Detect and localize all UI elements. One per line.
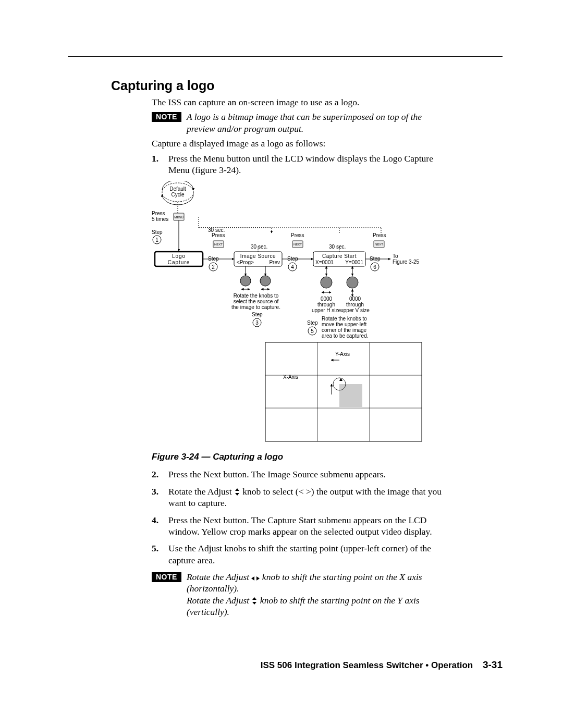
step-1: 1 Press the Menu button until the LCD wi…	[152, 153, 450, 176]
label-press-2: Press	[212, 232, 225, 238]
svg-text:5: 5	[311, 328, 314, 334]
step-text: Use the Adjust knobs to shift the starti…	[168, 542, 450, 566]
page-footer: ISS 506 Integration Seamless Switcher • …	[261, 659, 503, 671]
step-number: 5	[152, 542, 159, 566]
lcd-image-source: Image Source	[240, 253, 276, 259]
svg-text:X=0001: X=0001	[315, 260, 334, 265]
note-2-text: Rotate the Adjust knob to shift the star…	[187, 571, 450, 618]
svg-text:through: through	[317, 302, 335, 307]
note-badge: NOTE	[152, 572, 181, 582]
label-rotate-source: Rotate the knobs to	[234, 293, 279, 299]
figure-caption: Figure 3-24 — Capturing a logo	[152, 452, 450, 462]
svg-text:through: through	[346, 302, 364, 307]
svg-text:Step: Step	[252, 312, 263, 317]
step-text: Press the Next button. The Capture Start…	[168, 514, 450, 538]
svg-text:3: 3	[255, 320, 259, 326]
label-rotate-corner: Rotate the knobs to	[322, 316, 367, 322]
step-text: Press the Next button. The Image Source …	[168, 468, 450, 480]
label-x-axis: X-Axis	[283, 374, 298, 380]
svg-text:move the upper-left: move the upper-left	[322, 322, 366, 327]
svg-text:Press: Press	[291, 232, 304, 238]
label-default-cycle: Default	[169, 186, 186, 192]
top-rule	[68, 56, 503, 57]
svg-text:30 sec.: 30 sec.	[329, 244, 346, 250]
lead-text: Capture a displayed image as a logo as f…	[152, 138, 450, 149]
svg-text:select the source of: select the source of	[234, 299, 279, 304]
lcd-capture-start: Capture Start	[322, 253, 357, 259]
step-number: 1	[152, 153, 159, 176]
svg-text:Step: Step	[370, 256, 381, 262]
page-content: Capturing a logo The ISS can capture an …	[111, 78, 450, 621]
svg-text:Press: Press	[373, 232, 386, 238]
svg-point-60	[321, 277, 332, 288]
svg-text:the image to capture.: the image to capture.	[231, 304, 280, 310]
svg-text:2: 2	[212, 264, 215, 270]
note2-l1-pre: Rotate the Adjust	[187, 572, 252, 582]
figure-3-24: Default Cycle Press 5 times MENU 30 sec.	[152, 181, 450, 462]
horizontal-adjust-icon	[251, 576, 260, 581]
step-number: 3	[152, 486, 159, 509]
label-press-5-times: Press	[152, 211, 165, 216]
svg-text:Step: Step	[208, 256, 219, 262]
label-to-figure: To	[393, 253, 398, 259]
note2-l2-pre: Rotate the Adjust	[187, 595, 252, 606]
svg-text:upper V size: upper V size	[340, 307, 370, 313]
label-step-1: Step	[152, 229, 163, 235]
svg-text:Cycle: Cycle	[171, 192, 184, 198]
svg-text:Y=0001: Y=0001	[345, 260, 363, 265]
intro-text: The ISS can capture an on-screen image t…	[152, 96, 450, 108]
svg-text:Prev: Prev	[269, 260, 280, 265]
svg-point-49	[240, 276, 251, 286]
step-number: 4	[152, 514, 159, 538]
page-number: 3-31	[483, 659, 503, 670]
svg-text:Step: Step	[307, 320, 318, 326]
svg-point-61	[347, 277, 358, 288]
label-h-range: 0000	[321, 296, 333, 302]
svg-text:Step: Step	[287, 256, 298, 262]
steps-bottom: 2 Press the Next button. The Image Sourc…	[152, 468, 450, 566]
note-badge: NOTE	[152, 112, 181, 122]
lcd-logo-capture: Logo	[172, 253, 186, 259]
step-4: 4 Press the Next button. The Capture Sta…	[152, 514, 450, 538]
step-3-pre: Rotate the Adjust	[168, 486, 234, 497]
steps-top: 1 Press the Menu button until the LCD wi…	[152, 153, 450, 176]
svg-point-50	[260, 276, 271, 286]
svg-text:<Prog>: <Prog>	[237, 260, 254, 265]
label-v-range: 0000	[349, 296, 361, 302]
svg-text:30 sec.: 30 sec.	[251, 244, 267, 250]
step-number: 2	[152, 468, 159, 480]
svg-text:5 times: 5 times	[152, 216, 168, 222]
svg-text:area to be captured.: area to be captured.	[322, 333, 369, 339]
figure-diagram: Default Cycle Press 5 times MENU 30 sec.	[152, 181, 449, 447]
note-1-text: A logo is a bitmap image that can be sup…	[187, 111, 450, 134]
svg-text:NEXT: NEXT	[214, 243, 223, 246]
svg-text:upper H size: upper H size	[312, 307, 341, 313]
svg-text:NEXT: NEXT	[375, 243, 383, 246]
footer-text: ISS 506 Integration Seamless Switcher • …	[261, 660, 473, 670]
svg-text:Capture: Capture	[168, 260, 190, 265]
svg-text:corner of the image: corner of the image	[322, 327, 367, 333]
step-text: Rotate the Adjust knob to select (< >) t…	[168, 486, 450, 509]
step-3: 3 Rotate the Adjust knob to select (< >)…	[152, 486, 450, 509]
svg-text:6: 6	[373, 264, 376, 270]
svg-text:NEXT: NEXT	[293, 243, 302, 246]
note-1: NOTE A logo is a bitmap image that can b…	[152, 111, 450, 134]
axis-grid: X-Axis Y-Axis	[265, 342, 422, 441]
vertical-adjust-icon	[234, 488, 240, 496]
svg-text:4: 4	[291, 264, 294, 270]
step-text: Press the Menu button until the LCD wind…	[168, 153, 450, 176]
section-heading: Capturing a logo	[111, 78, 450, 93]
label-y-axis: Y-Axis	[335, 351, 350, 357]
menu-button-label: MENU	[174, 216, 183, 219]
step-2: 2 Press the Next button. The Image Sourc…	[152, 468, 450, 480]
note-2: NOTE Rotate the Adjust knob to shift the…	[152, 571, 450, 618]
vertical-adjust-icon	[251, 597, 258, 604]
svg-rect-79	[339, 384, 362, 407]
step-5: 5 Use the Adjust knobs to shift the star…	[152, 542, 450, 566]
svg-text:1: 1	[155, 237, 158, 243]
svg-text:Figure 3-25: Figure 3-25	[393, 259, 420, 265]
